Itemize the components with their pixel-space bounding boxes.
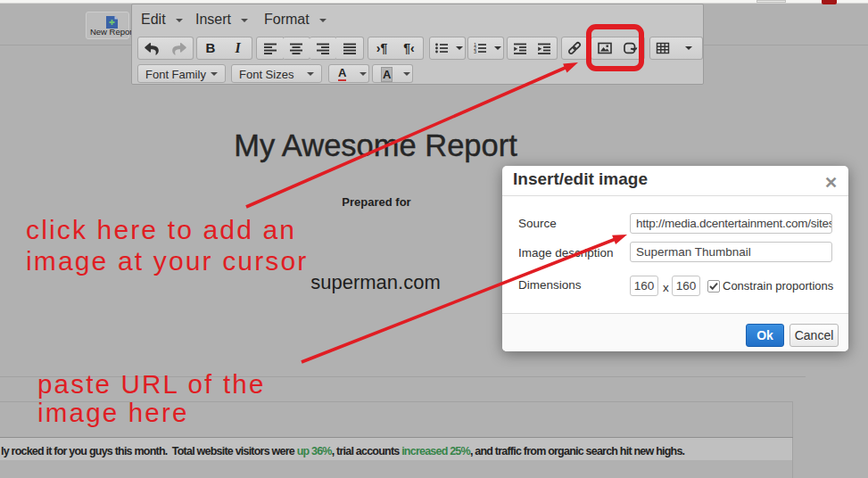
svg-text:3: 3 xyxy=(474,49,476,54)
